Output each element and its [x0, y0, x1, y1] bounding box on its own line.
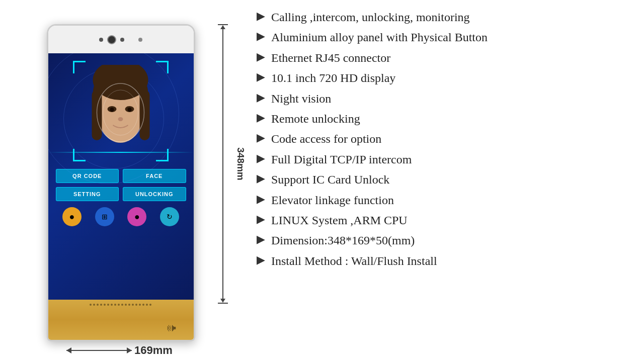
- feature-item-5: ▶Night vision: [257, 89, 629, 108]
- dot-2: [120, 38, 124, 42]
- bullet-13: ▶: [257, 253, 265, 267]
- feature-item-8: ▶Full Digital TCP/IP intercom: [257, 150, 629, 169]
- scan-line: [48, 152, 194, 153]
- feature-text-6: Remote unlocking: [271, 111, 360, 127]
- feature-text-13: Install Method : Wall/Flush Install: [271, 253, 437, 269]
- feature-item-1: ▶Calling ,intercom, unlocking, monitorin…: [257, 8, 629, 27]
- bullet-12: ▶: [257, 232, 265, 247]
- grid-icon[interactable]: ⊞: [95, 207, 114, 226]
- bullet-6: ▶: [257, 111, 265, 125]
- device-container: QR CODE FACE SETTING UNLOCKING ● ⊞ ● ↻: [47, 24, 195, 341]
- svg-point-9: [118, 117, 123, 121]
- feature-item-7: ▶Code access for option: [257, 129, 629, 148]
- feature-item-12: ▶Dimension:348*169*50(mm): [257, 231, 629, 250]
- feature-text-12: Dimension:348*169*50(mm): [271, 232, 415, 248]
- corner-tl: [73, 61, 86, 73]
- feature-text-3: Ethernet RJ45 connector: [271, 50, 390, 66]
- left-dim-line: [66, 350, 132, 351]
- icon-row: ● ⊞ ● ↻: [56, 207, 186, 226]
- pink-icon[interactable]: ●: [127, 207, 146, 226]
- feature-item-11: ▶LINUX System ,ARM CPU: [257, 211, 629, 230]
- dot-3: [138, 38, 142, 42]
- feature-item-3: ▶Ethernet RJ45 connector: [257, 48, 629, 67]
- features-panel: ▶Calling ,intercom, unlocking, monitorin…: [242, 0, 644, 278]
- face-svg: [87, 65, 155, 158]
- phone-bottom: 🕪: [48, 300, 194, 340]
- unlocking-btn[interactable]: UNLOCKING: [123, 187, 186, 201]
- feature-item-6: ▶Remote unlocking: [257, 109, 629, 128]
- feature-text-4: 10.1 inch 720 HD display: [271, 70, 395, 86]
- camera-area: [99, 35, 142, 44]
- bullet-5: ▶: [257, 90, 265, 105]
- bullet-4: ▶: [257, 70, 265, 84]
- feature-text-10: Elevator linkage function: [271, 192, 394, 208]
- orange-icon[interactable]: ●: [62, 207, 82, 226]
- feature-text-1: Calling ,intercom, unlocking, monitoring: [271, 9, 470, 25]
- dot-1: [99, 38, 103, 42]
- nfc-symbol: 🕪: [166, 322, 176, 334]
- phone-device: QR CODE FACE SETTING UNLOCKING ● ⊞ ● ↻: [47, 24, 195, 341]
- feature-item-2: ▶Aluminium alloy panel with Physical But…: [257, 28, 629, 47]
- feature-item-9: ▶Support IC Card Unlock: [257, 170, 629, 189]
- feature-item-4: ▶10.1 inch 720 HD display: [257, 68, 629, 87]
- feature-text-7: Code access for option: [271, 131, 381, 147]
- vertical-dimension: 348mm: [218, 24, 228, 304]
- svg-point-7: [110, 108, 114, 112]
- setting-btn[interactable]: SETTING: [56, 187, 119, 201]
- corner-br: [156, 149, 169, 161]
- horizontal-dim-label: 169mm: [134, 344, 173, 357]
- left-panel: QR CODE FACE SETTING UNLOCKING ● ⊞ ● ↻: [0, 0, 242, 362]
- phone-screen: QR CODE FACE SETTING UNLOCKING ● ⊞ ● ↻: [48, 53, 194, 300]
- phone-top: [48, 26, 194, 53]
- bullet-11: ▶: [257, 212, 265, 227]
- feature-text-11: LINUX System ,ARM CPU: [271, 212, 408, 228]
- speaker-grille: [90, 304, 152, 306]
- bullet-9: ▶: [257, 171, 265, 186]
- bullet-2: ▶: [257, 29, 265, 44]
- vertical-dim-label: 348mm: [234, 147, 246, 180]
- feature-item-10: ▶Elevator linkage function: [257, 191, 629, 210]
- camera-lens: [107, 35, 116, 44]
- feature-item-13: ▶Install Method : Wall/Flush Install: [257, 251, 629, 270]
- svg-point-8: [128, 108, 132, 112]
- face-recognition-box: [73, 61, 169, 161]
- corner-tr: [156, 61, 169, 73]
- device-wrapper: QR CODE FACE SETTING UNLOCKING ● ⊞ ● ↻: [47, 24, 195, 341]
- bullet-10: ▶: [257, 192, 265, 207]
- feature-text-2: Aluminium alloy panel with Physical Butt…: [271, 29, 488, 45]
- bullet-8: ▶: [257, 151, 265, 166]
- corner-bl: [73, 149, 86, 161]
- bullet-1: ▶: [257, 9, 265, 24]
- bullet-3: ▶: [257, 50, 265, 64]
- feature-text-5: Night vision: [271, 90, 331, 107]
- horizontal-dimension: 169mm: [66, 344, 175, 357]
- feature-text-8: Full Digital TCP/IP intercom: [271, 151, 412, 167]
- blue-icon[interactable]: ↻: [160, 207, 179, 226]
- bullet-7: ▶: [257, 131, 265, 145]
- feature-text-9: Support IC Card Unlock: [271, 171, 389, 188]
